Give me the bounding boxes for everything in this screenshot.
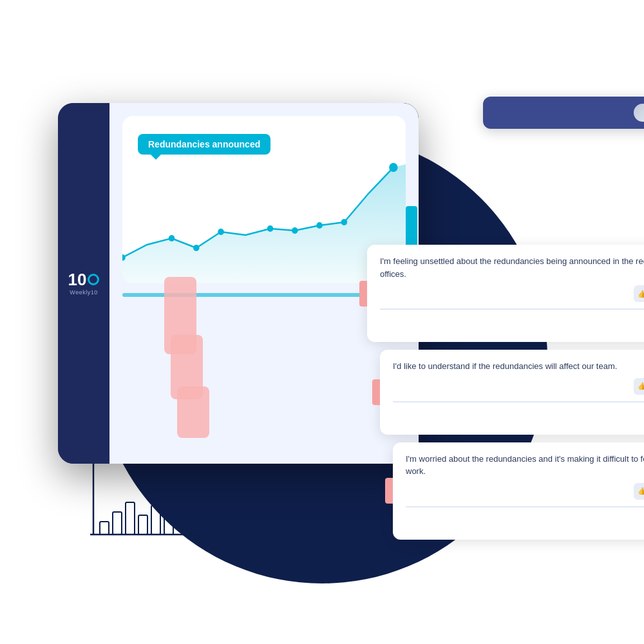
card-inner-1: I'm feeling unsettled about the redundan…: [380, 255, 644, 332]
card-footer-2: 👍 ↗ ⇥: [393, 378, 644, 395]
feedback-card-2: I'd like to understand if the redundanci…: [380, 350, 644, 435]
thumbs-up-btn-3[interactable]: 👍: [634, 483, 644, 500]
bar-3: [126, 502, 135, 535]
card-divider-3: [406, 506, 644, 507]
logo-circle-icon: [88, 274, 99, 285]
chart-point: [193, 245, 200, 251]
card-footer-3: 👍 ↗ ⇥: [406, 483, 644, 500]
chart-point: [218, 229, 224, 235]
logo-label: Weekly10: [70, 289, 97, 296]
feedback-text-1: I'm feeling unsettled about the redundan…: [380, 255, 644, 280]
chart-point: [341, 219, 348, 225]
thumbs-up-btn-1[interactable]: 👍: [634, 285, 644, 302]
bar-2: [113, 512, 122, 535]
card-divider-1: [380, 308, 644, 310]
feedback-actions-3: 👍 ↗ ⇥: [634, 483, 644, 500]
bar-6: [164, 496, 173, 535]
sidebar: 10 Weekly10: [58, 103, 109, 464]
feedback-actions-2: 👍 ↗ ⇥: [634, 378, 644, 395]
bar-1: [100, 522, 109, 535]
card-inner-3: I'm worried about the redundancies and i…: [406, 453, 644, 529]
avatar-wrapper: [632, 102, 644, 123]
card-inner-2: I'd like to understand if the redundanci…: [393, 360, 644, 424]
feedback-card-1: I'm feeling unsettled about the redundan…: [367, 245, 644, 342]
line-chart-svg: [122, 155, 406, 283]
header-bar: [483, 97, 644, 129]
feedback-actions-1: 👍 ↗ ⇥: [634, 285, 644, 302]
card-footer-1: 👍 ↗ ⇥: [380, 285, 644, 302]
x-axis-arrow: [198, 531, 206, 538]
chart-point-highlight: [389, 163, 397, 172]
pink-rect-3: [177, 386, 209, 438]
chart-point: [169, 235, 175, 242]
chart-fill: [122, 164, 406, 283]
card-divider-2: [393, 401, 644, 402]
chart-point: [267, 225, 274, 232]
chart-point: [316, 222, 323, 229]
logo: 10 Weekly10: [68, 271, 100, 296]
thumbs-up-btn-2[interactable]: 👍: [634, 378, 644, 395]
chart-point: [292, 227, 298, 234]
avatar: [632, 102, 644, 123]
chart-area: Redundancies announced: [122, 116, 406, 283]
logo-number: 10: [68, 271, 100, 288]
scene: 10 Weekly10 Redundancies announced: [45, 77, 599, 567]
feedback-text-3: I'm worried about the redundancies and i…: [406, 453, 644, 478]
bar-4: [138, 515, 147, 535]
feedback-text-2: I'd like to understand if the redundanci…: [393, 360, 644, 373]
bar-5: [151, 506, 160, 535]
feedback-cards-container: I'm feeling unsettled about the redundan…: [367, 245, 644, 540]
chart-tooltip: Redundancies announced: [138, 134, 270, 155]
feedback-card-3: I'm worried about the redundancies and i…: [393, 442, 644, 540]
